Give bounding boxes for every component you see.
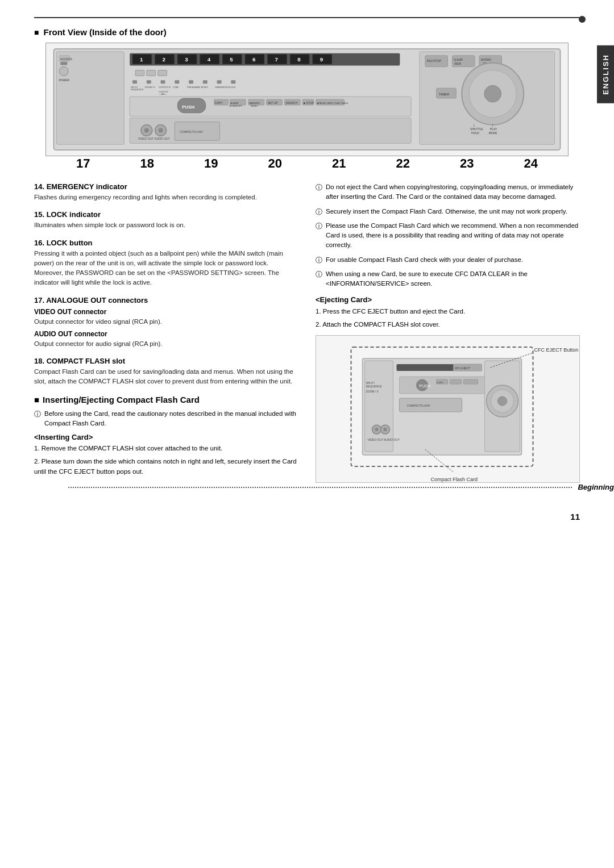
num-21: 21 [332,156,346,171]
svg-text:PUSH: PUSH [182,105,194,110]
lock-indicator-section: 15. LOCK indicator Illuminates when simp… [34,210,298,230]
bottom-bar: Beginning [68,483,614,491]
svg-text:LOCK: LOCK [229,86,235,89]
svg-text:3: 3 [185,56,188,62]
beginning-text: Beginning [578,483,614,491]
svg-text:REC/STOP: REC/STOP [427,60,442,62]
svg-text:↕: ↕ [473,123,475,128]
svg-rect-31 [161,80,165,84]
audio-out-subtitle: AUDIO OUT connector [34,330,298,338]
svg-text:SET UP: SET UP [268,102,278,105]
insert-eject-section: Inserting/Ejecting Compact Flash Card Be… [34,395,298,477]
ejecting-card-section: <Ejecting Card> 1. Press the CFC EJECT b… [316,295,580,329]
emergency-title: 14. EMERGENCY indicator [34,182,298,191]
svg-text:PLAY: PLAY [490,128,497,131]
svg-text:RESET: RESET [251,105,259,107]
right-info-1: Do not eject the Card when copying/resto… [316,182,580,202]
emergency-body: Flashes during emergency recording and l… [34,193,298,202]
svg-text:COMPACTFLASH: COMPACTFLASH [407,404,430,407]
svg-rect-27 [147,70,156,76]
device-diagram: ACCESS POWER 1 2 3 4 5 6 7 8 9 [45,43,569,156]
svg-point-69 [144,128,149,132]
svg-text:SEQUENCE: SEQUENCE [366,385,383,388]
svg-rect-4 [60,62,67,65]
lock-button-body: Pressing it with a pointed object (such … [34,249,298,288]
svg-text:COPY: COPY [215,102,223,105]
svg-rect-112 [464,379,478,384]
num-19: 19 [204,156,218,171]
svg-text:ZOOM / 0: ZOOM / 0 [366,390,379,393]
svg-rect-33 [189,80,193,84]
compact-flash-section: 18. COMPACT FLASH slot Compact Flash Car… [34,357,298,387]
video-out-body: Output connector for video signal (RCA p… [34,317,298,327]
audio-out-body: Output connector for audio signal (RCA p… [34,339,298,349]
svg-text:SEARCH: SEARCH [285,102,297,105]
svg-rect-35 [217,80,222,84]
svg-text:7: 7 [275,56,279,62]
svg-text:M·DET: M·DET [201,86,209,89]
svg-point-102 [375,428,379,431]
svg-text:SEQUENCE: SEQUENCE [131,88,144,91]
svg-point-86 [484,85,501,102]
svg-text:CLEAR: CLEAR [453,59,463,61]
svg-rect-32 [175,80,179,84]
lock-indicator-body: Illuminates when simple lock or password… [34,220,298,230]
svg-point-5 [59,67,68,76]
lock-button-section: 16. LOCK button Pressing it with a point… [34,239,298,288]
svg-text:CFC EJECT: CFC EJECT [455,366,471,370]
num-17: 17 [76,156,90,171]
compact-flash-title: 18. COMPACT FLASH slot [34,357,298,365]
lock-button-title: 16. LOCK button [34,239,298,247]
insert-eject-title: Inserting/Ejecting Compact Flash Card [34,395,298,404]
num-20: 20 [268,156,282,171]
page: ENGLISH Front View (Inside of the door) … [0,0,614,868]
left-column: 14. EMERGENCY indicator Flashes during e… [34,182,298,483]
top-divider [34,17,580,18]
svg-rect-26 [135,70,144,76]
insert-info-1: Before using the Card, read the cautiona… [34,409,298,429]
svg-text:CFC EJECT Button: CFC EJECT Button [534,347,579,353]
svg-text:■ STOP: ■ STOP [304,102,314,105]
svg-point-119 [498,397,507,406]
top-dot-decoration [579,16,586,23]
num-23: 23 [460,156,474,171]
svg-text:MODE: MODE [489,132,498,135]
svg-text:HOLD: HOLD [471,132,479,135]
right-info-5: When using a new Card, be sure to execut… [316,269,580,289]
lock-indicator-title: 15. LOCK indicator [34,210,298,219]
section-title: Front View (Inside of the door) [34,27,580,37]
svg-text:REW: REW [454,62,461,65]
svg-rect-28 [158,70,167,76]
page-number: 11 [34,512,580,521]
svg-text:1: 1 [140,56,143,62]
svg-rect-30 [147,80,151,84]
svg-rect-67 [130,118,411,144]
emergency-section: 14. EMERGENCY indicator Flashes during e… [34,182,298,202]
svg-text:ENTER/: ENTER/ [481,59,492,61]
svg-text:6: 6 [252,56,256,62]
svg-rect-106 [397,364,462,371]
svg-text:ZOOM / 0: ZOOM / 0 [145,86,155,89]
svg-text:COPY: COPY [437,381,444,384]
content-area: 14. EMERGENCY indicator Flashes during e… [34,182,580,483]
svg-text:VIDEO OUT  AUDIO OUT: VIDEO OUT AUDIO OUT [138,137,170,140]
svg-text:VIDEO OUT AUDIO OUT: VIDEO OUT AUDIO OUT [368,438,400,441]
svg-point-104 [384,428,387,431]
svg-rect-111 [450,379,462,384]
svg-text:■PAUSE ◄REV. PLAY PLAY►: ■PAUSE ◄REV. PLAY PLAY► [317,102,349,105]
svg-text:POWER: POWER [59,79,69,82]
svg-point-71 [159,128,163,132]
dots-decoration [68,487,572,488]
svg-text:ACCESS: ACCESS [60,58,72,61]
svg-rect-34 [203,80,208,84]
svg-text:OUTPUT B: OUTPUT B [159,86,171,89]
analogue-out-section: 17. ANALOGUE OUT connectors VIDEO OUT co… [34,296,298,349]
svg-text:COMPACTFLASH: COMPACTFLASH [180,131,203,133]
right-info-2: Securely insert the Compact Flash Card. … [316,207,580,216]
insert-step1: 1. Remove the COMPACT FLASH slot cover a… [34,444,298,453]
svg-text:↕: ↕ [492,123,494,128]
svg-text:5: 5 [230,56,233,62]
svg-text:EMERGENCY: EMERGENCY [215,86,230,89]
right-info-3: Please use the Compact Flash Card which … [316,221,580,251]
svg-text:COM: COM [173,86,178,89]
